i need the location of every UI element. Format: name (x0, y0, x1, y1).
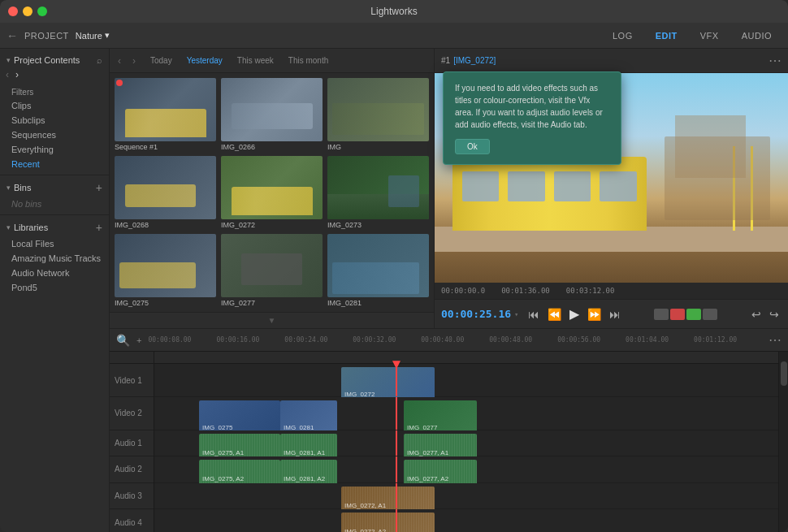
tool-icon[interactable] (703, 309, 717, 320)
out-point-icon[interactable] (670, 309, 685, 320)
titlebar: Lightworks (0, 0, 788, 23)
scrollbar-thumb-v[interactable] (781, 361, 787, 386)
track-video1[interactable]: IMG_0272 (154, 364, 778, 397)
track-video2[interactable]: IMG_0275 IMG_0281 IMG_0277 (154, 397, 778, 430)
step-back-button[interactable]: ⏪ (545, 306, 564, 322)
chevron-icon: ▾ (6, 223, 11, 231)
clip-audio1b[interactable]: IMG_0281, A1 (280, 434, 337, 460)
clip-label: Sequence #1 (115, 143, 216, 151)
back-button[interactable]: ← (6, 29, 18, 42)
libraries-section-header: ▾ Libraries + (0, 218, 109, 236)
tc-7: 00:01:04.00 (626, 336, 694, 344)
preview-controls: 00:00:25.16 ▾ ⏮ ⏪ ▶ ⏩ ⏭ (435, 299, 788, 328)
clip-audio1a[interactable]: IMG_0275, A1 (199, 434, 280, 460)
clip-img0275[interactable]: IMG_0275 (199, 400, 280, 435)
browser-forward-button[interactable]: › (129, 54, 139, 68)
sidebar-item-recent[interactable]: Recent (0, 157, 109, 171)
tab-log[interactable]: LOG (603, 28, 643, 44)
browser-scroll-bar[interactable]: ▼ (110, 312, 434, 328)
step-forward-button[interactable]: ⏩ (585, 306, 604, 322)
tram-window (600, 171, 637, 201)
close-button[interactable] (8, 6, 18, 16)
clip-img0272[interactable]: IMG_0272 (341, 367, 435, 401)
undo-button[interactable]: ↩ (749, 306, 764, 322)
sidebar-nav: ‹ › (0, 68, 109, 81)
add-library-button[interactable]: + (96, 222, 102, 233)
list-item[interactable]: IMG_0266 (221, 78, 323, 151)
sidebar-item-sequences[interactable]: Sequences (0, 128, 109, 142)
list-item[interactable]: IMG_0268 (115, 156, 216, 229)
maximize-button[interactable] (37, 6, 47, 16)
timeline-content: Video 1 Video 2 Audio 1 Audio 2 Audio 3 (110, 352, 788, 532)
sidebar-item-pond5[interactable]: Pond5 (0, 280, 109, 295)
go-end-button[interactable]: ⏭ (607, 306, 623, 322)
go-start-button[interactable]: ⏮ (526, 306, 542, 322)
clip-label: IMG_0275 (115, 299, 216, 307)
nav-back-icon[interactable]: ‹ (3, 68, 11, 81)
zoom-out-button[interactable]: 🔍 (116, 334, 130, 347)
building-2 (675, 115, 746, 179)
tab-edit[interactable]: EDIT (646, 28, 687, 44)
info-dialog-text: If you need to add video effects such as… (455, 82, 609, 131)
clip-img0281[interactable]: IMG_0281 (280, 400, 337, 435)
window-controls (8, 6, 47, 16)
sidebar-item-everything[interactable]: Everything (0, 142, 109, 157)
sidebar-item-audio-network[interactable]: Audio Network (0, 266, 109, 280)
timeline-more-button[interactable]: ⋯ (769, 332, 782, 348)
clip-audio2a[interactable]: IMG_0275, A2 (199, 460, 280, 486)
clip-audio2c[interactable]: IMG_0277, A2 (404, 460, 477, 486)
tab-audio[interactable]: AUDIO (732, 28, 782, 44)
tab-vfx[interactable]: VFX (691, 28, 729, 44)
list-item[interactable]: IMG_0281 (327, 234, 429, 307)
sidebar-item-clips[interactable]: Clips (0, 98, 109, 113)
clip-audio1c[interactable]: IMG_0277, A1 (404, 434, 477, 460)
tab-this-week[interactable]: This week (231, 54, 280, 67)
sidebar-divider (0, 175, 109, 175)
main-toolbar: ← PROJECT Nature ▾ LOG EDIT VFX AUDIO (0, 23, 788, 49)
sidebar-project-contents-title: Project Contents (14, 55, 80, 65)
track-audio1[interactable]: IMG_0275, A1 IMG_0281, A1 IMG_0277, A1 (154, 430, 778, 457)
timeline-tracks[interactable]: IMG_0272 IMG_0275 (154, 352, 778, 532)
clip-img0277[interactable]: IMG_0277 (404, 400, 477, 435)
zoom-in-button[interactable]: + (136, 335, 141, 345)
app-title: Lightworks (370, 6, 417, 17)
sidebar-item-local-files[interactable]: Local Files (0, 236, 109, 251)
list-item[interactable]: Sequence #1 (115, 78, 216, 151)
tab-yesterday[interactable]: Yesterday (180, 54, 229, 67)
chevron-icon: ▾ (6, 56, 11, 64)
clip-audio4[interactable]: IMG_0272, A2 (341, 513, 435, 532)
list-item[interactable]: IMG_0272 (221, 156, 323, 229)
vertical-scrollbar[interactable] (778, 352, 788, 532)
libraries-label: Libraries (14, 223, 48, 232)
preview-more-button[interactable]: ⋯ (769, 54, 782, 67)
list-item[interactable]: IMG_0277 (221, 234, 323, 307)
sidebar-divider-2 (0, 214, 109, 215)
timecode-mid2: 00:03:12.00 (566, 287, 615, 295)
timeline-area: 🔍 + 00:00:08.00 00:00:16.00 00:00:24.00 … (110, 329, 788, 532)
nav-forward-icon[interactable]: › (13, 68, 21, 81)
in-point-icon[interactable] (654, 309, 669, 320)
mark-icon[interactable] (686, 309, 701, 320)
browser-back-button[interactable]: ‹ (115, 54, 124, 68)
sidebar-item-music-tracks[interactable]: Amazing Music Tracks (0, 251, 109, 266)
playhead-a3 (396, 483, 397, 509)
clip-audio3[interactable]: IMG_0272, A1 (341, 487, 435, 513)
clip-audio2b[interactable]: IMG_0281, A2 (280, 460, 337, 486)
play-button[interactable]: ▶ (567, 305, 582, 323)
track-label-audio1: Audio 1 (110, 430, 154, 457)
sidebar-header: ▾ Project Contents ⌕ (0, 52, 109, 68)
ok-button[interactable]: Ok (455, 139, 490, 154)
list-item[interactable]: IMG_0273 (327, 156, 429, 229)
track-audio3[interactable]: IMG_0272, A1 (154, 483, 778, 510)
tab-today[interactable]: Today (144, 54, 179, 67)
list-item[interactable]: IMG (327, 78, 429, 151)
add-bin-button[interactable]: + (96, 182, 102, 193)
redo-button[interactable]: ↪ (767, 306, 782, 322)
minimize-button[interactable] (23, 6, 32, 16)
sidebar-item-subclips[interactable]: Subclips (0, 113, 109, 128)
list-item[interactable]: IMG_0275 (115, 234, 216, 307)
track-audio2[interactable]: IMG_0275, A2 IMG_0281, A2 IMG_0277, A2 (154, 456, 778, 483)
search-icon[interactable]: ⌕ (97, 55, 102, 65)
tab-this-month[interactable]: This month (282, 54, 335, 67)
track-audio4[interactable]: IMG_0272, A2 (154, 509, 778, 532)
